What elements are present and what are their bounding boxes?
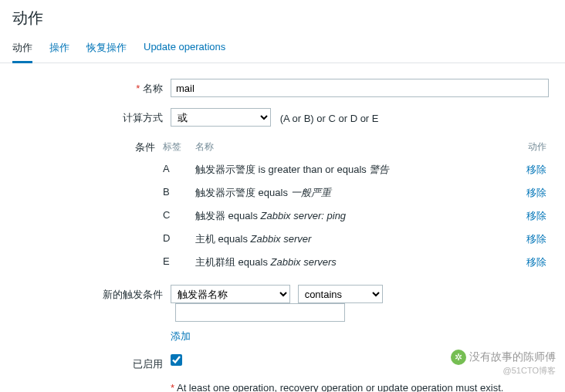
remove-link[interactable]: 移除 <box>526 164 546 175</box>
cond-name: 触发器示警度 is greater than or equals 警告 <box>195 158 520 181</box>
cond-name: 主机群组 equals Zabbix servers <box>195 251 520 274</box>
table-row: D主机 equals Zabbix server移除 <box>163 228 553 251</box>
cond-tag: E <box>163 251 195 274</box>
cond-tag: C <box>163 204 195 228</box>
remove-link[interactable]: 移除 <box>526 256 546 268</box>
col-name: 名称 <box>195 137 520 158</box>
remove-link[interactable]: 移除 <box>526 210 546 221</box>
name-input[interactable] <box>171 79 549 97</box>
tab-operations[interactable]: 操作 <box>49 35 69 63</box>
cond-name: 主机 equals Zabbix server <box>195 228 520 251</box>
page-title: 动作 <box>0 0 565 35</box>
name-label: 名称 <box>12 79 171 96</box>
remove-link[interactable]: 移除 <box>526 187 546 198</box>
table-row: B触发器示警度 equals 一般严重移除 <box>163 181 553 204</box>
tab-update[interactable]: Update operations <box>144 35 225 63</box>
col-action: 动作 <box>520 137 553 158</box>
enabled-label: 已启用 <box>12 354 171 371</box>
table-row: A触发器示警度 is greater than or equals 警告移除 <box>163 158 553 181</box>
calc-label: 计算方式 <box>12 108 171 125</box>
tabs: 动作 操作 恢复操作 Update operations <box>0 35 565 63</box>
cond-tag: B <box>163 181 195 204</box>
conditions-table: 标签 名称 动作 A触发器示警度 is greater than or equa… <box>163 137 553 274</box>
newcond-op-select[interactable]: contains <box>298 285 383 303</box>
cond-name: 触发器 equals Zabbix server: ping <box>195 204 520 228</box>
newcond-label: 新的触发条件 <box>12 285 171 302</box>
calc-select[interactable]: 或 <box>171 108 271 127</box>
calc-expression: (A or B) or C or D or E <box>280 113 379 124</box>
remove-link[interactable]: 移除 <box>526 233 546 245</box>
enabled-checkbox[interactable] <box>171 354 182 366</box>
form: 名称 计算方式 或 (A or B) or C or D or E 条件 标签 … <box>0 63 565 392</box>
tab-recovery[interactable]: 恢复操作 <box>86 35 127 63</box>
warning-text: At least one operation, recovery operati… <box>171 382 553 392</box>
newcond-type-select[interactable]: 触发器名称 <box>171 285 290 303</box>
cond-tag: D <box>163 228 195 251</box>
table-row: C触发器 equals Zabbix server: ping移除 <box>163 204 553 228</box>
newcond-value-input[interactable] <box>175 303 345 322</box>
table-row: E主机群组 equals Zabbix servers移除 <box>163 251 553 274</box>
col-tag: 标签 <box>163 137 195 158</box>
add-condition-link[interactable]: 添加 <box>171 329 191 343</box>
tab-action[interactable]: 动作 <box>12 35 32 63</box>
cond-name: 触发器示警度 equals 一般严重 <box>195 181 520 204</box>
conditions-label: 条件 <box>12 137 163 154</box>
cond-tag: A <box>163 158 195 181</box>
